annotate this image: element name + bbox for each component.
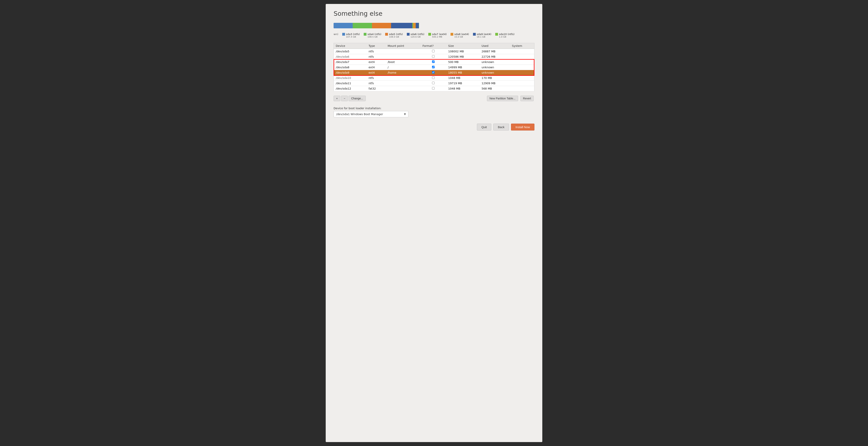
cell-device: /dev/sda8	[334, 65, 367, 70]
cell-type: ntfs	[367, 81, 386, 86]
cell-format[interactable]	[421, 81, 446, 86]
legend-color-sda4--ntfs-	[364, 33, 367, 36]
disk-bar-segment-sda10--ntfs-	[419, 23, 419, 28]
new-partition-table-button[interactable]: New Partition Table...	[487, 96, 518, 101]
legend-color-sda3--ntfs-	[342, 33, 345, 36]
format-checkbox[interactable]	[432, 71, 435, 74]
legend-item-sda4--ntfs-: sda4 (ntfs)108.5 GB	[364, 33, 381, 38]
cell-size: 19719 MB	[446, 81, 479, 86]
cell-type: ext4	[367, 70, 386, 75]
col-header-format-: Format?	[421, 43, 446, 49]
table-row[interactable]: /dev/sda12fat321048 MB568 MB	[334, 86, 534, 91]
table-row[interactable]: /dev/sda10ntfs1048 MB170 MB	[334, 75, 534, 81]
cell-type: ntfs	[367, 54, 386, 59]
cell-used: unknown	[479, 70, 510, 75]
page-title: Something else	[334, 10, 534, 17]
cell-device: /dev/sda6	[334, 54, 367, 59]
cell-format[interactable]	[421, 54, 446, 59]
cell-mount: /	[385, 65, 421, 70]
format-checkbox[interactable]	[432, 82, 435, 84]
table-row[interactable]: /dev/sda7ext4/boot500 MBunknown	[334, 59, 534, 65]
format-checkbox[interactable]	[432, 60, 435, 63]
cell-mount: /home	[385, 70, 421, 75]
revert-button[interactable]: Revert	[521, 96, 534, 101]
cell-format[interactable]	[421, 65, 446, 70]
cell-format[interactable]	[421, 49, 446, 54]
main-window: Something else wn) sda3 (ntfs)107.4 GBsd…	[326, 4, 542, 442]
disk-bar-segment-sda5--ntfs-	[372, 23, 391, 28]
cell-type: ntfs	[367, 75, 386, 81]
legend-color-sda8--ext4-	[451, 33, 453, 36]
cell-format[interactable]	[421, 70, 446, 75]
bootloader-label: Device for boot loader installation:	[334, 107, 534, 110]
cell-size: 108002 MB	[446, 49, 479, 54]
install-now-button[interactable]: Install Now	[511, 124, 534, 130]
partition-toolbar: + − Change... New Partition Table... Rev…	[334, 96, 534, 101]
cell-system	[510, 59, 534, 65]
legend-name: sda9 (ext4)	[477, 33, 491, 36]
format-checkbox[interactable]	[432, 76, 435, 79]
table-header: DeviceTypeMount pointFormat?SizeUsedSyst…	[334, 43, 534, 49]
cell-mount	[385, 54, 421, 59]
legend-item-sda10--ntfs-: sda10 (ntfs)1.0 GB	[495, 33, 515, 38]
col-header-type: Type	[367, 43, 386, 49]
disk-bar-segment-sda8--ext4-	[413, 23, 416, 28]
disk-bar-segment-sda9--ext4-	[416, 23, 419, 28]
cell-type: ntfs	[367, 49, 386, 54]
table-row[interactable]: /dev/sda5ntfs108002 MB26887 MB	[334, 49, 534, 54]
format-checkbox[interactable]	[432, 50, 435, 52]
bottom-buttons: Quit Back Install Now	[334, 124, 534, 130]
format-checkbox[interactable]	[432, 66, 435, 68]
change-partition-button[interactable]: Change...	[348, 96, 366, 101]
table-row[interactable]: /dev/sda9ext4/home18055 MBunknown	[334, 70, 534, 75]
legend-color-sda6--ntfs-	[407, 33, 410, 36]
legend-color-sda10--ntfs-	[495, 33, 498, 36]
legend-name: sda3 (ntfs)	[346, 33, 360, 36]
quit-button[interactable]: Quit	[477, 124, 492, 130]
legend-item-sda7--ext4-: sda7 (ext4)500.2 MB	[428, 33, 446, 38]
remove-partition-button[interactable]: −	[341, 96, 348, 101]
legend-size: 15.0 GB	[454, 36, 463, 38]
cell-device: /dev/sda5	[334, 49, 367, 54]
legend-item-sda8--ext4-: sda8 (ext4)15.0 GB	[451, 33, 469, 38]
table-row[interactable]: /dev/sda11ntfs19719 MB12909 MB	[334, 81, 534, 86]
format-checkbox[interactable]	[432, 87, 435, 90]
legend-item-sda3--ntfs-: sda3 (ntfs)107.4 GB	[342, 33, 360, 38]
legend-name: sda10 (ntfs)	[499, 33, 515, 36]
cell-used: 26887 MB	[479, 49, 510, 54]
legend-item-sda9--ext4-: sda9 (ext4)18.1 GB	[473, 33, 491, 38]
chevron-down-icon: ▼	[404, 113, 406, 116]
cell-format[interactable]	[421, 75, 446, 81]
add-partition-button[interactable]: +	[334, 96, 340, 101]
cell-device: /dev/sda11	[334, 81, 367, 86]
legend-size: 120.6 GB	[410, 36, 421, 38]
bootloader-value: /dev/sda1 Windows Boot Manager	[336, 113, 383, 116]
format-checkbox[interactable]	[432, 55, 435, 58]
cell-device: /dev/sda10	[334, 75, 367, 81]
col-header-mount-point: Mount point	[385, 43, 421, 49]
cell-mount	[385, 75, 421, 81]
cell-size: 14999 MB	[446, 65, 479, 70]
cell-system	[510, 65, 534, 70]
cell-format[interactable]	[421, 59, 446, 65]
cell-system	[510, 54, 534, 59]
cell-used: 22726 MB	[479, 54, 510, 59]
legend-size: 108.0 GB	[389, 36, 399, 38]
col-header-used: Used	[479, 43, 510, 49]
legend-name: sda4 (ntfs)	[367, 33, 381, 36]
cell-used: 170 MB	[479, 75, 510, 81]
cell-type: ext4	[367, 59, 386, 65]
disk-bar	[334, 23, 534, 28]
cell-format[interactable]	[421, 86, 446, 91]
back-button[interactable]: Back	[493, 124, 509, 130]
table-row[interactable]: /dev/sda6ntfs120586 MB22726 MB	[334, 54, 534, 59]
legend-size: 108.5 GB	[367, 36, 377, 38]
cell-mount	[385, 81, 421, 86]
cell-size: 500 MB	[446, 59, 479, 65]
table-row[interactable]: /dev/sda8ext4/14999 MBunknown	[334, 65, 534, 70]
legend-name: sda8 (ext4)	[454, 33, 469, 36]
legend-color-sda5--ntfs-	[385, 33, 388, 36]
bootloader-dropdown[interactable]: /dev/sda1 Windows Boot Manager ▼	[334, 111, 408, 117]
legend-item-sda5--ntfs-: sda5 (ntfs)108.0 GB	[385, 33, 403, 38]
partition-table: DeviceTypeMount pointFormat?SizeUsedSyst…	[334, 43, 534, 91]
